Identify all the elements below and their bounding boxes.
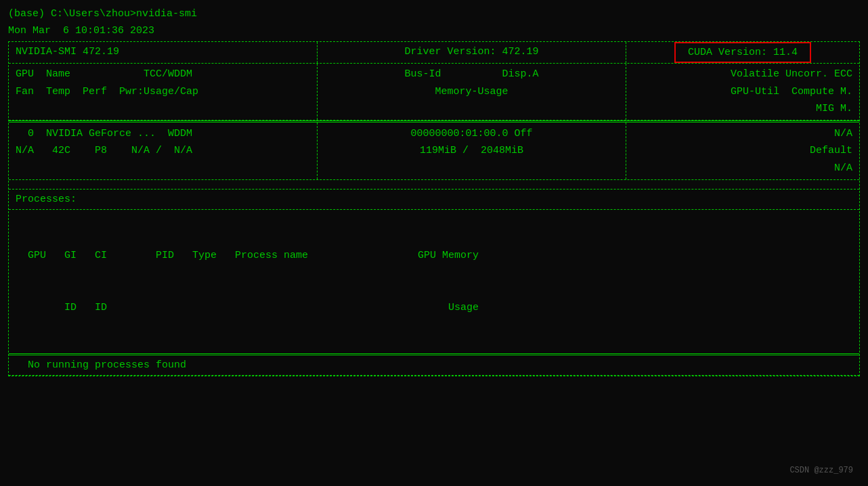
gpu-col1: 0 NVIDIA GeForce ... WDDM N/A 42C P8 N/A… bbox=[9, 123, 317, 180]
gpu-data-row: 0 NVIDIA GeForce ... WDDM N/A 42C P8 N/A… bbox=[9, 123, 859, 181]
terminal-window: (base) C:\Users\zhou>nvidia-smi Mon Mar … bbox=[8, 7, 860, 479]
smi-header-row: NVIDIA-SMI 472.19 Driver Version: 472.19… bbox=[9, 42, 859, 64]
smi-cuda-wrapper: CUDA Version: 11.4 bbox=[626, 42, 859, 63]
gap-section bbox=[9, 180, 859, 190]
col3-header: Volatile Uncorr. ECC GPU-Util Compute M.… bbox=[626, 64, 859, 120]
smi-driver: Driver Version: 472.19 bbox=[317, 42, 626, 63]
no-processes-message: No running processes found bbox=[9, 355, 859, 375]
cuda-version-box: CUDA Version: 11.4 bbox=[674, 42, 811, 63]
prompt-line: (base) C:\Users\zhou>nvidia-smi bbox=[8, 7, 860, 22]
col2-header: Bus-Id Disp.A Memory-Usage bbox=[317, 64, 626, 120]
gpu-col2: 00000000:01:00.0 Off 119MiB / 2048MiB bbox=[317, 123, 626, 180]
processes-columns: GPU GI CI PID Type Process name GPU Memo… bbox=[9, 210, 859, 355]
bottom-border bbox=[9, 375, 859, 376]
processes-title: Processes: bbox=[9, 190, 859, 210]
gpu-col3: N/A Default N/A bbox=[626, 123, 859, 180]
col1-header: GPU Name TCC/WDDM Fan Temp Perf Pwr:Usag… bbox=[9, 64, 317, 120]
date-line: Mon Mar 6 10:01:36 2023 bbox=[8, 24, 860, 39]
column-headers: GPU Name TCC/WDDM Fan Temp Perf Pwr:Usag… bbox=[9, 64, 859, 120]
smi-version: NVIDIA-SMI 472.19 bbox=[9, 42, 317, 63]
smi-output: NVIDIA-SMI 472.19 Driver Version: 472.19… bbox=[8, 41, 860, 376]
watermark: CSDN @zzz_979 bbox=[789, 466, 853, 475]
processes-section: Processes: GPU GI CI PID Type Process na… bbox=[9, 190, 859, 375]
